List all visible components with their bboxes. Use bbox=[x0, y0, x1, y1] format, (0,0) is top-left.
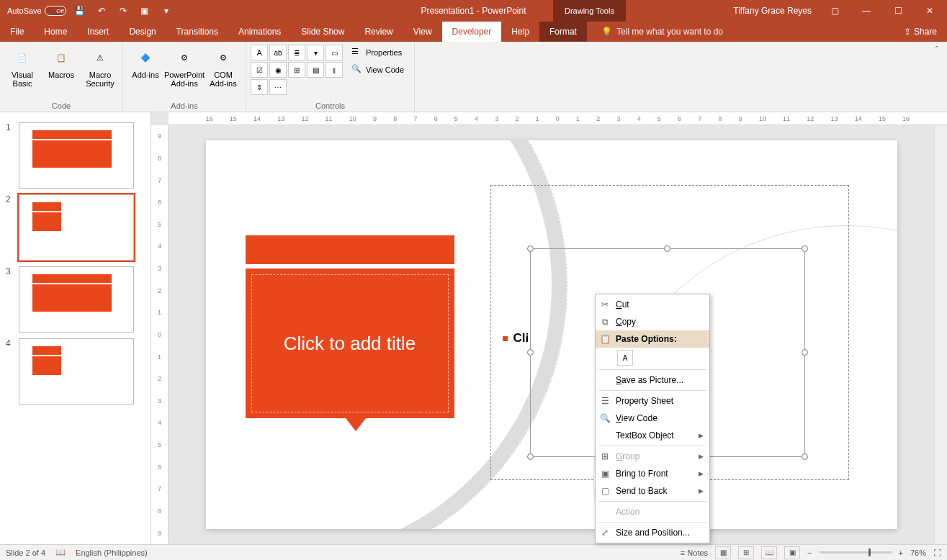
paste-text-only-icon[interactable]: A bbox=[617, 350, 633, 366]
group-controls: A ab ≣ ▾ ▭ ☑ ◉ ⊞ ▤ ⫿ ⇕ ⋯ ☰Properties 🔍Vi… bbox=[246, 42, 415, 112]
tab-file[interactable]: File bbox=[0, 22, 34, 42]
tab-slideshow[interactable]: Slide Show bbox=[291, 22, 354, 42]
collapse-ribbon-icon[interactable]: ˆ bbox=[930, 43, 944, 58]
tell-me-search[interactable]: 💡 Tell me what you want to do bbox=[601, 22, 723, 42]
tab-help[interactable]: Help bbox=[501, 22, 539, 42]
properties-button[interactable]: ☰Properties bbox=[346, 45, 410, 60]
tab-format[interactable]: Format bbox=[539, 22, 587, 42]
tab-home[interactable]: Home bbox=[34, 22, 77, 42]
visual-basic-button[interactable]: 📄Visual Basic bbox=[4, 45, 40, 89]
ribbon-display-icon[interactable]: ▢ bbox=[820, 0, 849, 22]
slide-panel[interactable]: 1 2 3 4 bbox=[0, 112, 151, 544]
option-control-icon[interactable]: ◉ bbox=[269, 62, 287, 78]
slide-thumb-2[interactable] bbox=[19, 194, 134, 261]
save-icon[interactable]: 💾 bbox=[72, 3, 88, 19]
selection-handle[interactable] bbox=[527, 349, 534, 356]
title-placeholder[interactable]: Click to add title bbox=[246, 268, 454, 418]
redo-icon[interactable]: ↷ bbox=[115, 3, 131, 19]
macro-security-button[interactable]: ⚠Macro Security bbox=[82, 45, 118, 89]
selection-handle[interactable] bbox=[527, 453, 534, 460]
tab-transitions[interactable]: Transitions bbox=[166, 22, 228, 42]
language-status[interactable]: English (Philippines) bbox=[76, 548, 148, 557]
cm-paste-options[interactable]: 📋Paste Options: bbox=[596, 330, 709, 348]
slide-thumb-3[interactable] bbox=[19, 266, 134, 333]
tab-view[interactable]: View bbox=[403, 22, 442, 42]
ribbon-tabs: File Home Insert Design Transitions Anim… bbox=[0, 22, 947, 42]
cm-property-sheet[interactable]: ☰Property Sheet bbox=[596, 392, 709, 410]
workspace: 1 2 3 4 16151413121110987654321012345678… bbox=[0, 112, 947, 544]
tab-insert[interactable]: Insert bbox=[77, 22, 119, 42]
tab-developer[interactable]: Developer bbox=[442, 22, 502, 42]
cm-cut[interactable]: ✂Cut bbox=[596, 296, 709, 313]
minimize-icon[interactable]: ― bbox=[852, 0, 881, 22]
slide-thumb-1[interactable] bbox=[19, 122, 134, 189]
spin-control-icon[interactable]: ⇕ bbox=[251, 79, 268, 95]
addins-button[interactable]: 🔷Add-ins bbox=[127, 45, 163, 81]
autosave-label: AutoSave bbox=[7, 6, 42, 15]
slide-counter[interactable]: Slide 2 of 4 bbox=[6, 548, 45, 557]
send-back-icon: ▢ bbox=[598, 484, 611, 497]
tab-review[interactable]: Review bbox=[354, 22, 403, 42]
zoom-out-icon[interactable]: − bbox=[807, 548, 812, 557]
cm-textbox-object[interactable]: TextBox Object▶ bbox=[596, 427, 709, 444]
frame-control-icon[interactable]: ▤ bbox=[307, 62, 324, 78]
slideshow-view-icon[interactable]: ▣ bbox=[784, 546, 800, 559]
selection-handle[interactable] bbox=[802, 245, 808, 252]
selection-handle[interactable] bbox=[802, 349, 808, 356]
checkbox-control-icon[interactable]: ☑ bbox=[251, 62, 268, 78]
notes-button[interactable]: ≡ Notes bbox=[681, 548, 708, 557]
tab-animations[interactable]: Animations bbox=[228, 22, 291, 42]
more-controls-icon[interactable]: ⋯ bbox=[269, 79, 287, 95]
start-slideshow-icon[interactable]: ▣ bbox=[137, 3, 153, 19]
qat-dropdown-icon[interactable]: ▾ bbox=[158, 3, 174, 19]
slide[interactable]: Click to add title Cli bbox=[206, 140, 897, 529]
textbox-control-icon[interactable]: A bbox=[251, 45, 268, 60]
normal-view-icon[interactable]: ▦ bbox=[715, 546, 731, 559]
toggle-control-icon[interactable]: ⊞ bbox=[288, 62, 305, 78]
autosave[interactable]: AutoSave Off bbox=[7, 6, 66, 16]
vertical-ruler[interactable]: 9876543210123456789 bbox=[151, 125, 169, 544]
zoom-in-icon[interactable]: + bbox=[899, 548, 903, 557]
com-addins-button[interactable]: ⚙COM Add-ins bbox=[205, 45, 241, 89]
listbox-control-icon[interactable]: ≣ bbox=[288, 45, 305, 60]
fit-slide-icon[interactable]: ⛶ bbox=[933, 548, 941, 557]
view-code-button[interactable]: 🔍View Code bbox=[346, 62, 410, 78]
spellcheck-icon[interactable]: 📖 bbox=[55, 548, 66, 557]
combobox-control-icon[interactable]: ▾ bbox=[307, 45, 324, 60]
cm-copy[interactable]: ⧉Copy bbox=[596, 313, 709, 330]
reading-view-icon[interactable]: 📖 bbox=[761, 546, 777, 559]
zoom-level[interactable]: 76% bbox=[910, 548, 926, 557]
cm-group: ⊞Group▶ bbox=[596, 448, 709, 465]
label-control-icon[interactable]: ab bbox=[269, 45, 287, 60]
sorter-view-icon[interactable]: ⊞ bbox=[738, 546, 754, 559]
vertical-scrollbar[interactable] bbox=[934, 125, 947, 544]
macros-button[interactable]: 📋Macros bbox=[43, 45, 79, 81]
ppt-addins-button[interactable]: ⚙PowerPoint Add-ins bbox=[166, 45, 202, 89]
tab-design[interactable]: Design bbox=[119, 22, 166, 42]
controls-grid: A ab ≣ ▾ ▭ ☑ ◉ ⊞ ▤ ⫿ ⇕ ⋯ bbox=[251, 45, 343, 95]
horizontal-ruler[interactable]: 1615141312111098765432101234567891011121… bbox=[169, 112, 947, 125]
context-menu: ✂Cut ⧉Copy 📋Paste Options: A Save as Pic… bbox=[595, 294, 710, 543]
undo-icon[interactable]: ↶ bbox=[94, 3, 109, 19]
zoom-slider[interactable] bbox=[820, 551, 892, 554]
zoom-thumb[interactable] bbox=[869, 548, 871, 556]
cm-send-back[interactable]: ▢Send to Back▶ bbox=[596, 482, 709, 500]
scrollbar-control-icon[interactable]: ⫿ bbox=[326, 62, 343, 78]
slide-thumb-4[interactable] bbox=[19, 338, 134, 405]
slide-canvas[interactable]: Click to add title Cli bbox=[169, 125, 934, 544]
selection-handle[interactable] bbox=[664, 245, 670, 252]
cm-size-position[interactable]: ⤢Size and Position... bbox=[596, 524, 709, 541]
image-control-icon[interactable]: ▭ bbox=[326, 45, 343, 60]
autosave-toggle[interactable]: Off bbox=[45, 6, 66, 16]
selection-handle[interactable] bbox=[802, 453, 808, 460]
selection-handle[interactable] bbox=[527, 245, 534, 252]
cm-save-picture[interactable]: Save as Picture... bbox=[596, 371, 709, 389]
share-button[interactable]: ⇪ Share bbox=[894, 22, 947, 42]
title-header-shape[interactable] bbox=[246, 235, 454, 264]
cm-view-code[interactable]: 🔍View Code bbox=[596, 410, 709, 427]
user-name[interactable]: Tiffany Grace Reyes bbox=[733, 6, 812, 16]
close-icon[interactable]: ✕ bbox=[915, 0, 944, 22]
lightbulb-icon: 💡 bbox=[601, 27, 612, 37]
cm-bring-front[interactable]: ▣Bring to Front▶ bbox=[596, 465, 709, 482]
maximize-icon[interactable]: ☐ bbox=[884, 0, 912, 22]
